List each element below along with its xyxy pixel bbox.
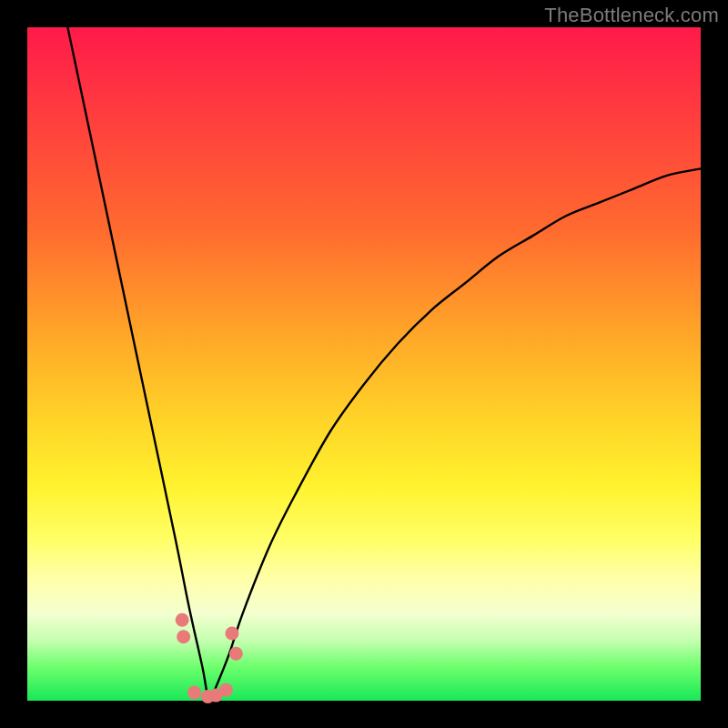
plot-area: [27, 27, 701, 701]
marker-group: [176, 613, 243, 703]
marker-dot: [219, 683, 233, 697]
marker-dot: [177, 630, 190, 643]
watermark-text: TheBottleneck.com: [544, 4, 719, 27]
marker-dot: [229, 647, 243, 661]
chart-frame: TheBottleneck.com: [0, 0, 728, 728]
marker-dot: [187, 686, 201, 700]
marker-dot: [176, 613, 189, 627]
marker-dot: [225, 627, 238, 641]
bottleneck-curve: [67, 27, 701, 702]
curve-svg: [27, 27, 701, 701]
